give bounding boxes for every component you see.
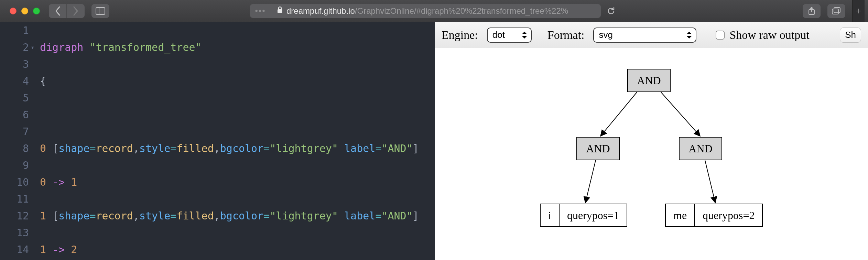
reload-button[interactable] bbox=[604, 4, 618, 18]
tabs-overview-button[interactable] bbox=[827, 4, 845, 18]
graph-node-3[interactable]: AND bbox=[679, 137, 722, 160]
svg-rect-0 bbox=[96, 8, 105, 14]
format-value: svg bbox=[599, 30, 612, 40]
code-editor[interactable]: 1 2 3 4 5 6 7 8 9 10 11 12 13 14 digraph… bbox=[0, 22, 435, 260]
engine-label: Engine: bbox=[442, 29, 478, 42]
line-number: 5 bbox=[0, 89, 29, 106]
line-number: 8 bbox=[0, 140, 29, 157]
line-number: 11 bbox=[0, 191, 29, 207]
nav-back-forward bbox=[49, 4, 85, 18]
line-number: 13 bbox=[0, 224, 29, 241]
graph-node-2[interactable]: i querypos=1 bbox=[540, 204, 627, 227]
node-field-key: i bbox=[541, 204, 559, 227]
lock-icon bbox=[277, 6, 283, 16]
line-number: 1 bbox=[0, 22, 29, 39]
line-number: 12 bbox=[0, 207, 29, 224]
back-button[interactable] bbox=[49, 4, 67, 18]
address-bar-group: ••• dreampuf.github.io/GraphvizOnline/#d… bbox=[250, 4, 618, 18]
graph-node-4[interactable]: me querypos=2 bbox=[665, 204, 763, 227]
graph-node-0[interactable]: AND bbox=[627, 69, 671, 92]
line-gutter: 1 2 3 4 5 6 7 8 9 10 11 12 13 14 bbox=[0, 22, 37, 260]
node-label: AND bbox=[578, 138, 617, 160]
svg-line-7 bbox=[661, 92, 700, 136]
url-host: dreampuf.github.io bbox=[286, 6, 355, 16]
close-window-button[interactable] bbox=[10, 8, 17, 14]
reader-mode-button[interactable]: ••• bbox=[250, 4, 271, 18]
engine-select[interactable]: dot bbox=[487, 28, 532, 43]
share-link-button[interactable]: Sh bbox=[840, 28, 861, 43]
url-path: /GraphvizOnline/#digraph%20%22transforme… bbox=[355, 6, 568, 16]
svg-line-6 bbox=[600, 92, 637, 136]
svg-rect-5 bbox=[834, 8, 840, 13]
node-field-val: querypos=2 bbox=[694, 204, 762, 226]
window-controls bbox=[10, 8, 40, 14]
line-number: 4 bbox=[0, 73, 29, 89]
graph-node-1[interactable]: AND bbox=[576, 137, 620, 160]
format-label: Format: bbox=[547, 29, 585, 42]
node-field-val: querypos=1 bbox=[559, 204, 627, 226]
forward-button[interactable] bbox=[67, 4, 85, 18]
render-toolbar: Engine: dot Format: svg Show raw output … bbox=[435, 22, 868, 48]
engine-value: dot bbox=[492, 30, 505, 40]
share-button[interactable] bbox=[803, 4, 821, 18]
line-number: 2 bbox=[0, 39, 29, 56]
svg-rect-4 bbox=[832, 9, 838, 14]
show-raw-label: Show raw output bbox=[729, 29, 809, 42]
svg-rect-2 bbox=[278, 9, 282, 13]
share-link-label: Sh bbox=[845, 30, 856, 40]
line-number: 6 bbox=[0, 106, 29, 123]
address-bar[interactable]: dreampuf.github.io/GraphvizOnline/#digra… bbox=[271, 4, 601, 18]
node-label: AND bbox=[629, 69, 668, 92]
sidebar-toggle-button[interactable] bbox=[91, 4, 109, 18]
main-split: 1 2 3 4 5 6 7 8 9 10 11 12 13 14 digraph… bbox=[0, 22, 868, 260]
svg-line-9 bbox=[705, 160, 715, 203]
svg-line-8 bbox=[585, 160, 596, 203]
show-raw-checkbox[interactable] bbox=[716, 31, 725, 40]
output-panel: Engine: dot Format: svg Show raw output … bbox=[435, 22, 868, 260]
minimize-window-button[interactable] bbox=[21, 8, 28, 14]
format-select[interactable]: svg bbox=[593, 28, 696, 43]
zoom-window-button[interactable] bbox=[33, 8, 40, 14]
line-number: 9 bbox=[0, 157, 29, 174]
line-number: 3 bbox=[0, 56, 29, 73]
graph-canvas[interactable]: AND AND AND i querypos=1 me querypos=2 bbox=[435, 48, 868, 260]
browser-titlebar: ••• dreampuf.github.io/GraphvizOnline/#d… bbox=[0, 0, 868, 22]
line-number: 7 bbox=[0, 123, 29, 140]
line-number: 10 bbox=[0, 174, 29, 191]
line-number: 14 bbox=[0, 241, 29, 258]
code-content[interactable]: digraph "transformed_tree" { 0 [shape=re… bbox=[37, 22, 435, 260]
node-field-key: me bbox=[666, 204, 694, 227]
new-tab-button[interactable]: + bbox=[852, 0, 865, 22]
toolbar-right: + bbox=[803, 0, 865, 22]
node-label: AND bbox=[681, 138, 720, 160]
